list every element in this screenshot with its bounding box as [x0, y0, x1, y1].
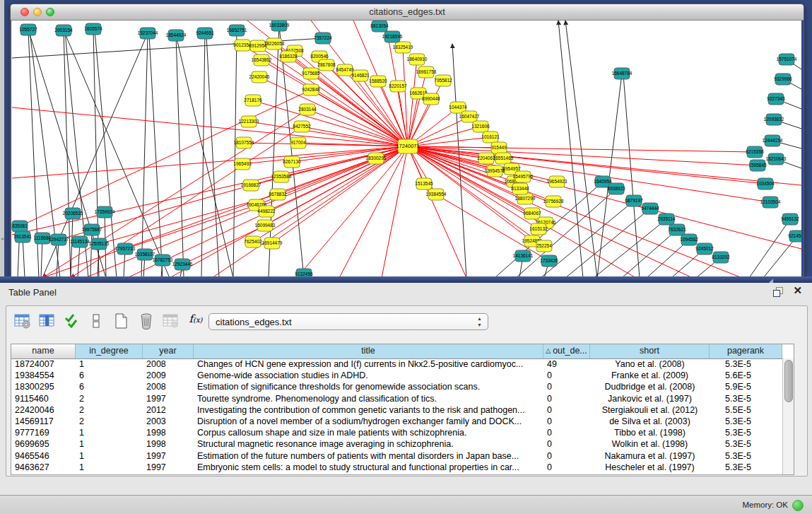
cell-short[interactable]: Jankovic et al. (1997)	[590, 393, 710, 404]
cell-in_degree[interactable]: 6	[76, 381, 143, 392]
graph-node-yellow[interactable]: 18300295	[366, 153, 387, 164]
graph-node-teal[interactable]: 18544924	[166, 30, 187, 41]
cell-out_de[interactable]: 0	[543, 404, 590, 416]
cell-pagerank[interactable]: 5.3E-5	[710, 438, 782, 450]
black-citation-edge[interactable]	[206, 35, 219, 278]
cell-short[interactable]: Stergiakouli et al. (2012)	[590, 404, 710, 416]
cell-out_de[interactable]: 49	[543, 358, 590, 370]
table-row[interactable]: 969969511998Structural magnetic resonanc…	[11, 438, 782, 450]
red-citation-edge[interactable]	[382, 146, 408, 278]
graph-node-yellow[interactable]: 13954576	[485, 165, 505, 177]
red-citation-edge[interactable]	[408, 93, 418, 146]
graph-node-teal[interactable]: 8133202	[712, 252, 730, 263]
graph-node-yellow[interactable]: 17240071	[396, 139, 419, 153]
close-panel-icon[interactable]: ✕	[793, 285, 802, 296]
red-citation-edge[interactable]	[42, 110, 307, 278]
graph-node-yellow[interactable]: 8220157	[389, 81, 407, 92]
graph-node-yellow[interactable]: 4498222	[257, 206, 276, 217]
graph-node-yellow[interactable]: 19654923	[547, 176, 567, 187]
graph-node-yellow[interactable]: 8678832	[269, 189, 287, 200]
cell-in_degree[interactable]: 2	[76, 393, 143, 404]
graph-node-teal[interactable]: 2935114	[658, 214, 676, 225]
cell-name[interactable]: 18300295	[11, 381, 76, 392]
cell-pagerank[interactable]: 5.3E-5	[710, 416, 782, 427]
cell-name[interactable]: 9115460	[11, 393, 76, 404]
graph-node-teal[interactable]: 17957233	[115, 243, 136, 255]
graph-node-yellow[interactable]: 1965493	[233, 158, 252, 170]
graph-node-teal[interactable]: 1094562	[680, 234, 698, 245]
network-canvas[interactable]: 9012354891295418226058912750881863281654…	[11, 21, 801, 278]
graph-node-yellow[interactable]: 9146821	[351, 70, 370, 81]
graph-node-teal[interactable]: 3913541	[13, 231, 32, 243]
graph-node-yellow[interactable]: 16099483	[255, 220, 276, 231]
cell-out_de[interactable]: 0	[543, 416, 590, 427]
function-builder-icon[interactable]: f(x)	[184, 310, 208, 334]
delete-table-icon[interactable]	[159, 310, 183, 334]
graph-node-teal[interactable]: 14136141	[513, 250, 534, 262]
cell-out_de[interactable]: 0	[543, 438, 590, 450]
graph-node-yellow[interactable]: 18325419	[393, 42, 413, 53]
graph-node-yellow[interactable]: 2867608	[317, 59, 336, 71]
table-row[interactable]: 977716911998Corpus callosum shape and si…	[11, 427, 782, 438]
cell-title[interactable]: Embryonic stem cells: a model to study s…	[194, 462, 543, 473]
red-citation-edge[interactable]	[408, 137, 490, 146]
column-header-year[interactable]: year	[143, 344, 194, 358]
cell-name[interactable]: 18724007	[11, 358, 76, 370]
graph-node-teal[interactable]: 17359924	[95, 206, 115, 218]
citation-network-graph[interactable]: 9012354891295418226058912750881863281654…	[11, 21, 801, 278]
graph-node-yellow[interactable]: 1321606	[471, 121, 490, 132]
graph-node-yellow[interactable]: 917004	[290, 137, 306, 148]
graph-node-teal[interactable]: 1034504	[756, 178, 775, 189]
red-citation-edge[interactable]	[339, 146, 408, 278]
graph-node-teal[interactable]: 16652751	[227, 25, 247, 36]
select-all-icon[interactable]	[60, 310, 84, 334]
graph-node-teal[interactable]: 16648784	[612, 68, 632, 79]
graph-node-yellow[interactable]: 1513545	[415, 178, 433, 189]
graph-node-teal[interactable]: 16033809	[269, 21, 290, 31]
cell-title[interactable]: Estimation of the future numbers of pati…	[194, 450, 543, 462]
graph-node-yellow[interactable]: 16914479	[262, 238, 283, 249]
graph-node-yellow[interactable]: 10756928	[543, 196, 564, 207]
graph-node-yellow[interactable]: 1615132	[529, 223, 548, 235]
cell-year[interactable]: 2012	[143, 404, 194, 416]
cell-out_de[interactable]: 0	[543, 462, 590, 473]
cell-short[interactable]: Franke et al. (2009)	[590, 370, 710, 381]
cell-short[interactable]: Wolkin et al. (1998)	[590, 438, 710, 450]
cell-pagerank[interactable]: 5.3E-5	[710, 450, 782, 462]
graph-node-teal[interactable]: 9455132	[781, 214, 799, 225]
cell-title[interactable]: Disruption of a novel member of a sodium…	[194, 416, 543, 427]
cell-pagerank[interactable]: 5.3E-5	[710, 358, 782, 370]
graph-node-yellow[interactable]: 12213303	[239, 116, 259, 127]
table-row[interactable]: 1872400712008Changes of HCN gene express…	[11, 358, 782, 370]
red-citation-edge[interactable]	[408, 72, 426, 146]
graph-node-teal[interactable]: 16782753	[153, 255, 173, 266]
cell-pagerank[interactable]: 5.9E-5	[710, 381, 782, 392]
graph-node-teal[interactable]: 9244551	[196, 28, 214, 39]
cell-year[interactable]: 2003	[143, 416, 194, 427]
graph-node-yellow[interactable]: 7625402	[244, 236, 262, 247]
graph-node-teal[interactable]: 16210643	[766, 153, 787, 165]
cell-in_degree[interactable]: 2	[76, 404, 143, 416]
graph-node-teal[interactable]: 7357224	[314, 33, 332, 44]
graph-node-yellow[interactable]: 19384554	[426, 189, 447, 200]
delete-rows-icon[interactable]	[134, 310, 158, 334]
graph-node-teal[interactable]: 1055727	[19, 24, 37, 35]
graph-node-yellow[interactable]: 2803144	[298, 104, 317, 115]
graph-node-teal[interactable]: 12103504	[760, 197, 781, 208]
graph-node-teal[interactable]: 11145134	[70, 236, 90, 247]
cell-short[interactable]: Tibbo et al. (1998)	[590, 427, 710, 438]
cell-year[interactable]: 2009	[143, 370, 194, 381]
cell-year[interactable]: 2008	[143, 358, 194, 370]
table-vertical-scrollbar[interactable]	[782, 358, 794, 474]
black-citation-edge[interactable]	[647, 240, 689, 278]
cell-year[interactable]: 1997	[143, 462, 194, 473]
red-citation-edge[interactable]	[259, 77, 408, 146]
graph-node-yellow[interactable]: 252254	[536, 240, 552, 252]
table-row[interactable]: 1456911722003Disruption of a novel membe…	[11, 416, 782, 427]
black-citation-edge[interactable]	[23, 237, 25, 278]
graph-node-yellow[interactable]: 18226058	[264, 38, 285, 49]
cell-name[interactable]: 9463627	[11, 462, 76, 473]
cell-in_degree[interactable]: 1	[76, 450, 143, 462]
graph-node-yellow[interactable]: 1588520	[369, 76, 387, 87]
cell-out_de[interactable]: 0	[543, 450, 590, 462]
